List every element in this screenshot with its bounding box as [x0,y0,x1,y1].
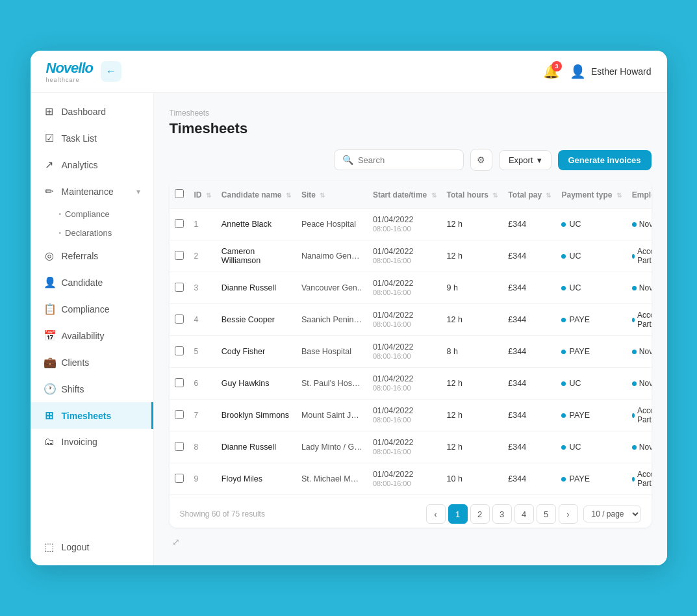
page-button-5[interactable]: 5 [537,504,556,524]
sidebar-item-candidate[interactable]: 👤 Candidate [31,269,153,296]
analytics-icon: ↗ [44,159,55,171]
toolbar: 🔍 ⚙ Export ▾ Generate invoices [170,149,652,171]
logo-area: Novello healthcare ← [46,60,121,83]
select-all-checkbox[interactable] [175,189,184,198]
row-payment-type: PAYE [556,463,626,495]
row-hours: 12 h [442,304,503,336]
next-page-button[interactable]: › [559,504,578,524]
sidebar-item-dashboard[interactable]: ⊞ Dashboard [31,98,153,125]
row-id: 9 [189,463,216,495]
row-employer: Accounting Partners [627,304,652,336]
sidebar-item-logout[interactable]: ⬚ Logout [31,533,153,560]
sidebar-item-clients[interactable]: 💼 Clients [31,349,153,376]
row-employer: Novello [627,431,652,463]
table-row: 1 Annette Black Peace Hospital 01/04/202… [170,209,652,240]
dashboard-icon: ⊞ [44,105,55,118]
body-area: ⊞ Dashboard ☑ Task List ↗ Analytics ✏ Ma… [31,93,667,565]
sidebar-item-maintenance[interactable]: ✏ Maintenance ▾ [31,178,153,205]
row-hours: 9 h [442,272,503,304]
compliance-icon: 📋 [44,303,55,315]
sidebar-item-label: Clients [62,357,90,368]
export-button[interactable]: Export ▾ [499,150,551,170]
row-hours: 12 h [442,368,503,400]
sidebar-item-declarations[interactable]: Declarations [31,224,153,242]
row-site: St. Michael Medi.. [296,463,368,495]
timesheets-table: ID ⇅ Candidate name ⇅ Site ⇅ Start date/… [170,181,652,528]
prev-page-button[interactable]: ‹ [426,504,446,524]
breadcrumb: Timesheets [170,109,652,118]
sidebar-item-label: Shifts [62,384,84,394]
notification-button[interactable]: 🔔 3 [543,64,559,79]
clients-icon: 💼 [44,356,55,368]
page-button-4[interactable]: 4 [514,504,534,524]
row-pay: £344 [503,431,556,463]
row-checkbox[interactable] [175,474,184,483]
expand-button[interactable]: ⤢ [170,534,183,550]
row-payment-type: PAYE [556,400,626,431]
row-checkbox[interactable] [175,410,184,419]
row-employer: Novello [627,209,652,240]
sidebar-item-referrals[interactable]: ◎ Referrals [31,242,153,269]
row-employer: Accounting Partners [627,240,652,272]
row-hours: 10 h [442,463,503,495]
row-id: 4 [189,304,216,336]
user-area: 👤 Esther Howard [570,64,652,79]
filter-icon: ⚙ [477,155,485,165]
tasklist-icon: ☑ [44,132,55,144]
sidebar-item-label: Maintenance [62,186,114,197]
row-checkbox[interactable] [175,251,184,260]
table-header-row: ID ⇅ Candidate name ⇅ Site ⇅ Start date/… [170,181,652,209]
row-id: 8 [189,431,216,463]
user-name: Esther Howard [591,66,652,77]
row-candidate: Floyd Miles [216,463,296,495]
row-checkbox[interactable] [175,219,184,228]
row-site: Saanich Peninsu.. [296,304,368,336]
sidebar-item-availability[interactable]: 📅 Availability [31,322,153,349]
row-checkbox[interactable] [175,378,184,387]
row-checkbox[interactable] [175,442,184,451]
sidebar-item-label: Referrals [62,251,99,261]
sidebar-sub-label: Declarations [65,228,112,238]
sidebar-item-compliance2[interactable]: 📋 Compliance [31,296,153,322]
page-button-3[interactable]: 3 [492,504,512,524]
sidebar-sub-label: Compliance [65,209,110,219]
row-date: 01/04/202208:00-16:00 [368,400,442,431]
per-page-select[interactable]: 10 / page 20 / page 50 / page [583,506,641,522]
row-payment-type: PAYE [556,304,626,336]
logo: Novello healthcare [46,60,93,83]
results-info: Showing 60 of 75 results [180,509,265,519]
sidebar: ⊞ Dashboard ☑ Task List ↗ Analytics ✏ Ma… [31,93,154,565]
row-hours: 8 h [442,336,503,368]
table-row: 2 Cameron Williamson Nanaimo Gener.. 01/… [170,240,652,272]
pagination: ‹ 1 2 3 4 5 › [426,504,578,524]
sidebar-item-label: Invoicing [62,437,97,447]
sidebar-item-analytics[interactable]: ↗ Analytics [31,151,153,178]
search-input[interactable] [358,155,455,165]
row-payment-type: PAYE [556,336,626,368]
sidebar-item-tasklist[interactable]: ☑ Task List [31,125,153,151]
row-checkbox[interactable] [175,314,184,324]
generate-invoices-button[interactable]: Generate invoices [558,150,652,170]
row-payment-type: UC [556,368,626,400]
filter-button[interactable]: ⚙ [470,149,492,171]
sidebar-item-invoicing[interactable]: 🗂 Invoicing [31,429,153,455]
timesheets-icon: ⊞ [44,409,55,422]
sidebar-item-compliance[interactable]: Compliance [31,205,153,224]
main-content: Timesheets Timesheets 🔍 ⚙ Export ▾ [154,93,667,565]
col-total-pay: Total pay ⇅ [503,181,556,209]
row-payment-type: UC [556,209,626,240]
row-checkbox[interactable] [175,283,184,292]
sidebar-item-timesheets[interactable]: ⊞ Timesheets [31,402,153,429]
table-row: 5 Cody Fisher Base Hospital 01/04/202208… [170,336,652,368]
row-id: 1 [189,209,216,240]
row-site: Lady Minto / Gulf.. [296,431,368,463]
table-row: 9 Floyd Miles St. Michael Medi.. 01/04/2… [170,463,652,495]
row-id: 5 [189,336,216,368]
row-pay: £344 [503,272,556,304]
page-button-2[interactable]: 2 [470,504,490,524]
sidebar-item-shifts[interactable]: 🕐 Shifts [31,376,153,402]
back-button[interactable]: ← [101,61,121,82]
page-button-1[interactable]: 1 [448,504,468,524]
row-checkbox[interactable] [175,346,184,355]
row-date: 01/04/202208:00-16:00 [368,336,442,368]
